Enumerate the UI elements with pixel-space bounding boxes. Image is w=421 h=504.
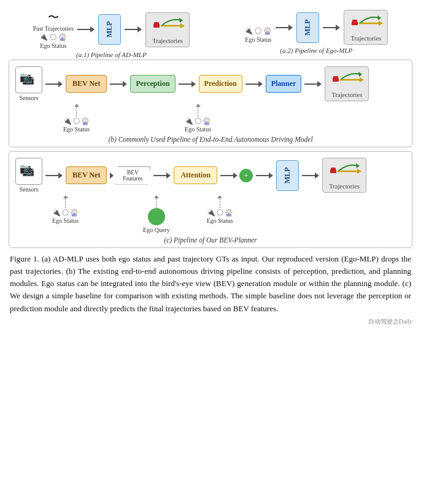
ego-icons-b-left: 🔌 〇 🎡	[63, 117, 90, 126]
arrow-c-3	[220, 171, 238, 180]
section-c: 📷 📷 Sensors BEV Net BEV Features	[9, 151, 412, 248]
main-container: 〜 Past Trajectories 🔌 〇 🎡 Ego Status MLP	[0, 0, 421, 332]
radar-icon-b-l: 〇	[73, 117, 80, 126]
trajectories-label-a2: Trajectories	[350, 35, 381, 42]
caption-b: (b) Commonly Used Pipeline of End-to-End…	[15, 136, 406, 143]
dashed-arrow-b-left	[74, 104, 79, 117]
section-c-main-row: 📷 📷 Sensors BEV Net BEV Features	[15, 158, 406, 193]
ego-query-label: Ego Query	[143, 227, 170, 233]
sensors-group-b: 📷 📷 Sensors	[15, 66, 42, 101]
watermark: 自动驾驶之Daily	[9, 317, 412, 326]
svg-rect-1	[154, 22, 159, 25]
watermark-text: 自动驾驶之Daily	[368, 318, 412, 325]
mlp-box-a1: MLP	[98, 14, 121, 45]
ego-b-right: 🔌 〇 🎡 Ego Status	[185, 104, 211, 133]
ego-status-label-b-left: Ego Status	[63, 126, 90, 133]
trajectory-svg-a1	[150, 15, 185, 36]
ego-status-label-c-right: Ego Status	[207, 217, 233, 224]
dashed-arrow-c-right	[217, 195, 222, 208]
label-a2: (a.2) Pipeline of Ego-MLP	[280, 47, 352, 54]
mlp-box-c: MLP	[276, 160, 299, 191]
ego-c-left: 🔌 〇 🎡 Ego Status	[52, 195, 79, 233]
svg-marker-18	[357, 169, 361, 174]
trajectories-box-a2: Trajectories	[344, 10, 388, 45]
trajectory-svg-c	[326, 161, 362, 182]
trajectories-label-a1: Trajectories	[152, 37, 183, 44]
svg-marker-13	[360, 77, 364, 82]
dashed-arrow-c-left	[63, 195, 68, 208]
sensors-label-b: Sensors	[19, 95, 38, 101]
trajectory-svg-b	[329, 69, 365, 90]
arrow-circle-group: +	[220, 169, 253, 182]
ego-c-right: 🔌 〇 🎡 Ego Status	[207, 195, 233, 233]
antenna-icon-a2: 🔌	[244, 27, 253, 35]
ego-status-label-c-left: Ego Status	[52, 217, 79, 224]
ego-status-label-b-right: Ego Status	[185, 126, 211, 133]
prediction-box-b: Prediction	[199, 75, 242, 93]
caption-text: Figure 1. (a) AD-MLP uses both ego statu…	[10, 254, 411, 313]
arrow-b-1	[45, 80, 63, 88]
wheel-icon-b-r: 🎡	[203, 117, 211, 125]
ego-status-icons-a2: 🔌 〇 🎡	[244, 26, 272, 36]
sensors-box-b: 📷 📷	[15, 66, 42, 93]
section-a: 〜 Past Trajectories 🔌 〇 🎡 Ego Status MLP	[9, 6, 412, 60]
figure-caption: Figure 1. (a) AD-MLP uses both ego statu…	[9, 253, 412, 315]
sensors-label-c: Sensors	[19, 186, 38, 193]
planner-box-b: Planner	[266, 75, 302, 93]
svg-marker-9	[377, 15, 381, 20]
bev-features-line2: Features	[123, 176, 142, 182]
wheel-icon-c-l: 🎡	[70, 209, 79, 217]
ego-status-label-a1: Ego Status	[40, 42, 66, 49]
ego-status-label-a2: Ego Status	[245, 36, 271, 43]
ego-below-c: 🔌 〇 🎡 Ego Status Ego Query	[15, 195, 406, 233]
attention-box-c: Attention	[174, 166, 217, 184]
dashed-line-c-left	[65, 198, 66, 208]
camera-stack-c: 📷 📷	[20, 163, 38, 180]
ego-icons-c-left: 🔌 〇 🎡	[52, 208, 79, 217]
pipeline-ego-mlp: 🔌 〇 🎡 Ego Status MLP	[244, 10, 388, 58]
ad-mlp-input: 〜 Past Trajectories 🔌 〇 🎡 Ego Status	[33, 10, 74, 49]
dashed-line-b-right	[198, 107, 198, 117]
camera-front-icon: 📷	[20, 71, 32, 83]
antenna-icon-c-l: 🔌	[52, 209, 61, 217]
antenna-icon: 🔌	[39, 33, 48, 41]
ego-icons-c-right: 🔌 〇 🎡	[207, 208, 233, 217]
wheel-icon-b-l: 🎡	[81, 117, 90, 125]
bev-net-box-c: BEV Net	[66, 166, 107, 184]
arrow-a2-1	[276, 23, 293, 32]
trajectories-box-b: Trajectories	[325, 66, 369, 101]
arrow-c-1	[45, 171, 63, 180]
section-b: 📷 📷 Sensors BEV Net Percept	[9, 60, 412, 147]
arrow-a2-2	[323, 23, 340, 32]
trajectories-box-c: Trajectories	[322, 158, 366, 193]
trajectories-box-a1: Trajectories	[145, 12, 190, 47]
radar-icon-a2: 〇	[255, 26, 261, 36]
label-a1: (a.1) Pipeline of AD-MLP	[76, 51, 147, 58]
pipeline-ad-mlp: 〜 Past Trajectories 🔌 〇 🎡 Ego Status MLP	[33, 10, 190, 58]
ego-icons-b-right: 🔌 〇 🎡	[185, 117, 211, 126]
bev-net-box-b: BEV Net	[66, 75, 107, 93]
camera-front-c: 📷	[20, 163, 32, 174]
trajectory-svg-a2	[348, 13, 384, 34]
svg-rect-6	[352, 20, 357, 22]
past-traj-icon: 〜	[48, 10, 59, 25]
svg-marker-14	[358, 72, 362, 77]
arrow-b-3	[179, 80, 196, 88]
trajectories-label-b: Trajectories	[331, 91, 362, 98]
dashed-line-c-mid	[156, 198, 156, 208]
ego-query-group: Ego Query	[143, 195, 170, 233]
arrow-b-5	[304, 80, 322, 88]
svg-marker-4	[179, 18, 183, 23]
merge-circle: +	[239, 169, 253, 182]
bev-features-line1: BEV	[127, 169, 139, 176]
arrow-b-2-group	[110, 80, 127, 88]
svg-marker-19	[356, 163, 360, 168]
arrow-c-2	[153, 171, 171, 180]
pipeline-a2-row: 🔌 〇 🎡 Ego Status MLP	[244, 10, 388, 45]
bev-net-group-b: BEV Net	[66, 75, 107, 93]
sensors-box-c: 📷 📷	[15, 158, 42, 185]
dashed-line-b-left	[76, 107, 77, 117]
trajectories-label-c: Trajectories	[329, 183, 360, 190]
radar-icon-c-r: 〇	[217, 208, 223, 217]
bev-features-box: BEV Features	[115, 166, 150, 185]
